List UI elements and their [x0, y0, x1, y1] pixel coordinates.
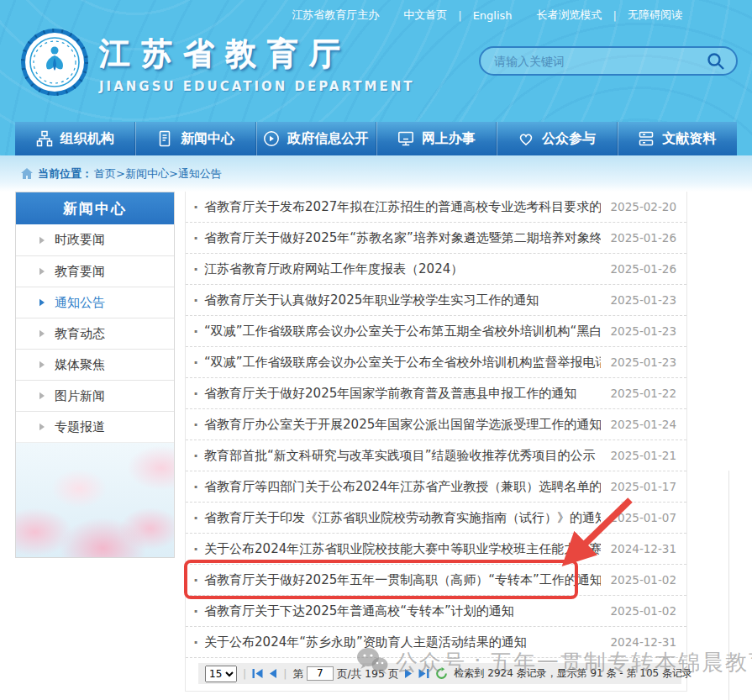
topbar-link[interactable]: |	[613, 9, 617, 22]
topbar-link[interactable]: 长者浏览模式	[537, 8, 602, 23]
sidebar-item[interactable]: 图片新闻	[16, 380, 174, 411]
page-size-select[interactable]: 15	[205, 666, 237, 682]
list-item: · 关于公布2024年江苏省职业院校技能大赛中等职业学校班主任能力比赛获奖 20…	[186, 534, 686, 565]
pagination-bar: 15 | | 第 页/共 195 页 检索到 2924 条记录，显示第 91 条…	[198, 663, 681, 684]
bullet-icon: ·	[193, 510, 198, 526]
site-subtitle: JIANGSU EDUCATION DEPARTMENT	[99, 79, 415, 94]
sidebar-item-label: 时政要闻	[55, 232, 105, 248]
logo-emblem-icon	[20, 28, 89, 97]
page-edge-divider	[728, 471, 729, 700]
news-date: 2025-01-24	[611, 418, 676, 431]
bullet-icon: ·	[193, 448, 198, 464]
bullet-icon: ·	[193, 603, 198, 619]
nav-item[interactable]: 政府信息公开	[255, 122, 376, 155]
list-item: · 省教育厅关于下达2025年普通高校“专转本”计划的通知 2025-01-02	[186, 596, 686, 627]
nav-item-icon	[36, 130, 53, 147]
nav-item-label: 公众参与	[542, 130, 596, 148]
list-item: · 教育部首批“新文科研究与改革实践项目”结题验收推荐优秀项目的公示 2025-…	[186, 440, 686, 471]
news-date: 2025-01-07	[611, 511, 676, 524]
last-page-icon[interactable]	[418, 669, 429, 678]
search-input[interactable]	[494, 55, 706, 68]
topbar-links: 江苏省教育厅主办中文首页|English长者浏览模式|无障碍阅读	[292, 8, 682, 23]
next-page-icon[interactable]	[404, 669, 413, 678]
news-date: 2025-01-23	[611, 355, 676, 369]
nav-item[interactable]: 网上办事	[376, 122, 496, 155]
news-date: 2025-02-20	[611, 200, 676, 213]
nav-item[interactable]: 新闻中心	[134, 122, 255, 155]
topbar-link[interactable]: 中文首页	[403, 8, 447, 23]
news-link[interactable]: 省教育厅关于发布2027年拟在江苏招生的普通高校专业选考科目要求的公告	[204, 199, 600, 215]
news-link[interactable]: 省教育厅关于做好2025年国家学前教育普及普惠县申报工作的通知	[204, 386, 600, 402]
first-page-icon[interactable]	[252, 669, 263, 678]
bullet-icon: ·	[193, 199, 198, 215]
news-link[interactable]: 省教育厅关于做好2025年五年一贯制高职（高师）“专转本”工作的通知	[204, 572, 600, 588]
magnolia-photo	[16, 442, 174, 557]
home-icon	[21, 168, 33, 179]
news-link[interactable]: 省教育厅关于做好2025年“苏教名家”培养对象遴选暨第二期培养对象终期...	[204, 230, 600, 246]
news-link[interactable]: 省教育厅关于认真做好2025年职业学校学生实习工作的通知	[204, 292, 600, 308]
bullet-icon: ·	[193, 324, 198, 339]
site-logo[interactable]: 江苏省教育厅 JIANGSU EDUCATION DEPARTMENT	[20, 28, 415, 97]
bullet-icon: ·	[193, 572, 198, 588]
news-date: 2025-01-17	[611, 480, 676, 493]
pager-divider: |	[283, 667, 287, 680]
news-link[interactable]: 省教育厅关于印发《江苏省职业院校劳动教育实施指南（试行）》的通知	[204, 510, 600, 526]
bullet-icon: ·	[193, 292, 198, 308]
nav-item-icon	[638, 130, 655, 147]
nav-item-icon	[518, 130, 534, 147]
result-count-status: 检索到 2924 条记录，显示第 91 条 - 第 105 条记录	[454, 666, 692, 681]
nav-item[interactable]: 公众参与	[496, 122, 616, 155]
nav-item[interactable]: 组织机构	[15, 122, 134, 155]
topbar-link[interactable]: 无障碍阅读	[628, 8, 682, 23]
topbar-link[interactable]: |	[458, 9, 461, 22]
caret-right-icon	[39, 236, 45, 245]
sidebar-item[interactable]: 时政要闻	[16, 224, 174, 255]
news-date: 2025-01-21	[611, 449, 676, 462]
list-item: · 省教育厅关于做好2025年五年一贯制高职（高师）“专转本”工作的通知 202…	[186, 565, 686, 596]
news-link[interactable]: “双减”工作省级联席会议办公室关于公布全省校外培训机构监督举报电话的公...	[204, 355, 600, 371]
bullet-icon: ·	[193, 417, 198, 433]
news-link[interactable]: “双减”工作省级联席会议办公室关于公布第五期全省校外培训机构“黑白名单...	[204, 324, 600, 339]
bullet-icon: ·	[193, 355, 198, 371]
topbar-link[interactable]: English	[473, 9, 513, 22]
list-item: · “双减”工作省级联席会议办公室关于公布第五期全省校外培训机构“黑白名单...…	[186, 316, 686, 347]
bullet-icon: ·	[193, 541, 198, 557]
breadcrumb: 当前位置： 首页>新闻中心>通知公告	[0, 155, 752, 192]
news-date: 2025-01-22	[611, 387, 676, 400]
news-date: 2025-01-26	[611, 262, 676, 276]
search-icon[interactable]	[706, 51, 726, 71]
page-number-input[interactable]	[307, 666, 334, 681]
nav-item-label: 政府信息公开	[287, 130, 368, 148]
list-item: · 省教育厅关于认真做好2025年职业学校学生实习工作的通知 2025-01-2…	[186, 285, 686, 316]
sidebar-item[interactable]: 教育要闻	[16, 255, 174, 287]
sidebar-item[interactable]: 教育动态	[16, 318, 174, 349]
news-link[interactable]: 关于公布2024年江苏省职业院校技能大赛中等职业学校班主任能力比赛获奖	[204, 541, 600, 557]
refresh-icon[interactable]	[435, 667, 448, 680]
nav-item-label: 新闻中心	[181, 130, 234, 148]
sidebar-item[interactable]: 通知公告	[16, 287, 174, 318]
list-item: · 省教育厅关于做好2025年国家学前教育普及普惠县申报工作的通知 2025-0…	[186, 378, 686, 409]
news-date: 2025-01-23	[611, 324, 676, 338]
news-link[interactable]: 省教育厅关于下达2025年普通高校“专转本”计划的通知	[204, 603, 600, 619]
caret-right-icon	[39, 392, 45, 400]
breadcrumb-path[interactable]: 首页>新闻中心>通知公告	[94, 166, 222, 182]
list-item: · 省教育厅办公室关于开展2025年国家公派出国留学选派受理工作的通知 2025…	[186, 409, 686, 440]
main-nav: 组织机构 新闻中心 政府信息公开 网上办事 公众参与 文献资料	[15, 122, 737, 155]
news-date: 2024-12-31	[611, 542, 676, 555]
prev-page-icon[interactable]	[269, 669, 277, 678]
nav-item[interactable]: 文献资料	[617, 122, 737, 155]
topbar-link[interactable]: 江苏省教育厅主办	[292, 8, 379, 23]
nav-item-label: 组织机构	[60, 130, 114, 148]
sidebar-item-label: 教育动态	[55, 326, 105, 342]
sidebar-item[interactable]: 媒体聚焦	[16, 349, 174, 380]
news-link[interactable]: 省教育厅办公室关于开展2025年国家公派出国留学选派受理工作的通知	[204, 417, 600, 433]
news-link[interactable]: 关于公布2024年“苏乡永助”资助育人主题活动结果的通知	[204, 634, 600, 650]
list-item: · 江苏省教育厅政府网站工作年度报表（2024） 2025-01-26	[186, 254, 686, 285]
news-link[interactable]: 省教育厅等四部门关于公布2024年江苏省产业教授（兼职）选聘名单的通知	[204, 479, 600, 495]
page-prefix: 第	[292, 666, 303, 679]
sidebar-item[interactable]: 专题报道	[16, 411, 174, 442]
news-date: 2025-01-02	[611, 604, 676, 618]
news-link[interactable]: 教育部首批“新文科研究与改革实践项目”结题验收推荐优秀项目的公示	[204, 448, 600, 464]
bullet-icon: ·	[193, 634, 198, 650]
news-link[interactable]: 江苏省教育厅政府网站工作年度报表（2024）	[204, 261, 600, 277]
